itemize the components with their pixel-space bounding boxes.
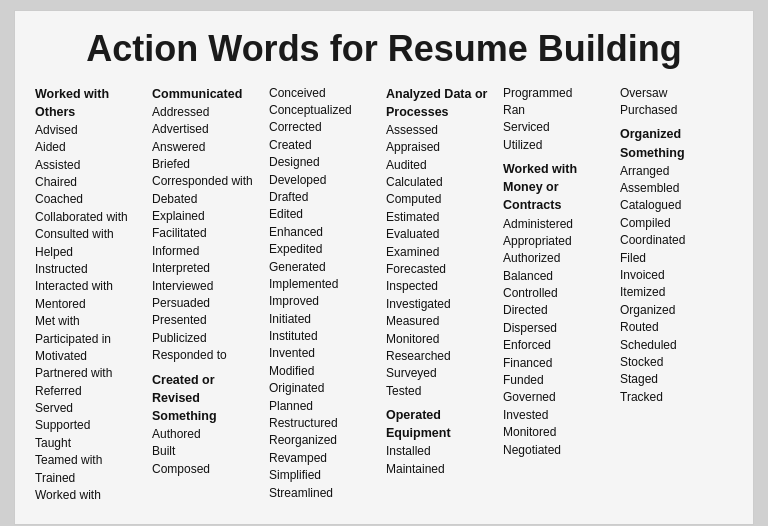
word-item: Implemented bbox=[269, 276, 382, 293]
word-item: Assisted bbox=[35, 157, 148, 174]
word-item: Itemized bbox=[620, 284, 733, 301]
word-item: Chaired bbox=[35, 174, 148, 191]
word-item: Negotiated bbox=[503, 442, 616, 459]
word-item: Maintained bbox=[386, 461, 499, 478]
column-4: Analyzed Data or ProcessesAssessedApprai… bbox=[386, 85, 499, 505]
word-item: Scheduled bbox=[620, 337, 733, 354]
section-header-4-1: Analyzed Data or Processes bbox=[386, 85, 499, 121]
word-item: Appropriated bbox=[503, 233, 616, 250]
word-item: Planned bbox=[269, 398, 382, 415]
word-item: Ran bbox=[503, 102, 616, 119]
word-item: Estimated bbox=[386, 209, 499, 226]
word-item: Oversaw bbox=[620, 85, 733, 102]
word-item: Instructed bbox=[35, 261, 148, 278]
word-item: Forecasted bbox=[386, 261, 499, 278]
word-item: Controlled bbox=[503, 285, 616, 302]
section-header-2-1: Communicated bbox=[152, 85, 265, 103]
word-item: Assessed bbox=[386, 122, 499, 139]
word-item: Taught bbox=[35, 435, 148, 452]
word-item: Consulted with bbox=[35, 226, 148, 243]
word-item: Financed bbox=[503, 355, 616, 372]
word-item: Compiled bbox=[620, 215, 733, 232]
word-item: Advised bbox=[35, 122, 148, 139]
word-item: Enforced bbox=[503, 337, 616, 354]
word-item: Researched bbox=[386, 348, 499, 365]
word-item: Serviced bbox=[503, 119, 616, 136]
word-item: Monitored bbox=[503, 424, 616, 441]
word-item: Corrected bbox=[269, 119, 382, 136]
word-item: Met with bbox=[35, 313, 148, 330]
word-item: Authorized bbox=[503, 250, 616, 267]
word-item: Improved bbox=[269, 293, 382, 310]
word-item: Developed bbox=[269, 172, 382, 189]
column-1: Worked with OthersAdvisedAidedAssistedCh… bbox=[35, 85, 148, 505]
column-6: OversawPurchasedOrganized SomethingArran… bbox=[620, 85, 733, 505]
word-item: Stocked bbox=[620, 354, 733, 371]
word-item: Expedited bbox=[269, 241, 382, 258]
word-item: Instituted bbox=[269, 328, 382, 345]
word-item: Conceptualized bbox=[269, 102, 382, 119]
word-item: Directed bbox=[503, 302, 616, 319]
word-item: Assembled bbox=[620, 180, 733, 197]
word-item: Informed bbox=[152, 243, 265, 260]
page-title: Action Words for Resume Building bbox=[35, 29, 733, 69]
word-item: Facilitated bbox=[152, 225, 265, 242]
word-item: Investigated bbox=[386, 296, 499, 313]
word-item: Programmed bbox=[503, 85, 616, 102]
word-item: Interpreted bbox=[152, 260, 265, 277]
section-header-1-1: Worked with Others bbox=[35, 85, 148, 121]
word-item: Reorganized bbox=[269, 432, 382, 449]
word-item: Catalogued bbox=[620, 197, 733, 214]
word-item: Participated in bbox=[35, 331, 148, 348]
word-item: Routed bbox=[620, 319, 733, 336]
column-5: ProgrammedRanServicedUtilizedWorked with… bbox=[503, 85, 616, 505]
word-item: Balanced bbox=[503, 268, 616, 285]
word-item: Staged bbox=[620, 371, 733, 388]
word-item: Computed bbox=[386, 191, 499, 208]
word-item: Coordinated bbox=[620, 232, 733, 249]
word-item: Streamlined bbox=[269, 485, 382, 502]
word-item: Funded bbox=[503, 372, 616, 389]
word-item: Responded to bbox=[152, 347, 265, 364]
word-item: Corresponded with bbox=[152, 173, 265, 190]
word-item: Appraised bbox=[386, 139, 499, 156]
word-item: Supported bbox=[35, 417, 148, 434]
word-item: Helped bbox=[35, 244, 148, 261]
word-item: Worked with bbox=[35, 487, 148, 504]
word-item: Drafted bbox=[269, 189, 382, 206]
word-item: Organized bbox=[620, 302, 733, 319]
word-item: Enhanced bbox=[269, 224, 382, 241]
word-item: Utilized bbox=[503, 137, 616, 154]
word-item: Tested bbox=[386, 383, 499, 400]
word-item: Administered bbox=[503, 216, 616, 233]
column-2: CommunicatedAddressedAdvertisedAnsweredB… bbox=[152, 85, 265, 505]
word-item: Briefed bbox=[152, 156, 265, 173]
word-item: Designed bbox=[269, 154, 382, 171]
word-item: Evaluated bbox=[386, 226, 499, 243]
word-item: Aided bbox=[35, 139, 148, 156]
word-item: Restructured bbox=[269, 415, 382, 432]
word-item: Explained bbox=[152, 208, 265, 225]
word-item: Served bbox=[35, 400, 148, 417]
word-item: Monitored bbox=[386, 331, 499, 348]
word-item: Governed bbox=[503, 389, 616, 406]
word-item: Generated bbox=[269, 259, 382, 276]
word-item: Persuaded bbox=[152, 295, 265, 312]
section-header-4-2: Operated Equipment bbox=[386, 406, 499, 442]
word-item: Interviewed bbox=[152, 278, 265, 295]
word-item: Surveyed bbox=[386, 365, 499, 382]
word-item: Examined bbox=[386, 244, 499, 261]
word-item: Initiated bbox=[269, 311, 382, 328]
word-item: Modified bbox=[269, 363, 382, 380]
word-item: Advertised bbox=[152, 121, 265, 138]
word-item: Collaborated with bbox=[35, 209, 148, 226]
word-item: Inspected bbox=[386, 278, 499, 295]
word-item: Answered bbox=[152, 139, 265, 156]
word-item: Interacted with bbox=[35, 278, 148, 295]
word-item: Invented bbox=[269, 345, 382, 362]
section-header-2-2: Created or Revised Something bbox=[152, 371, 265, 425]
word-item: Created bbox=[269, 137, 382, 154]
word-item: Presented bbox=[152, 312, 265, 329]
word-item: Conceived bbox=[269, 85, 382, 102]
word-item: Audited bbox=[386, 157, 499, 174]
